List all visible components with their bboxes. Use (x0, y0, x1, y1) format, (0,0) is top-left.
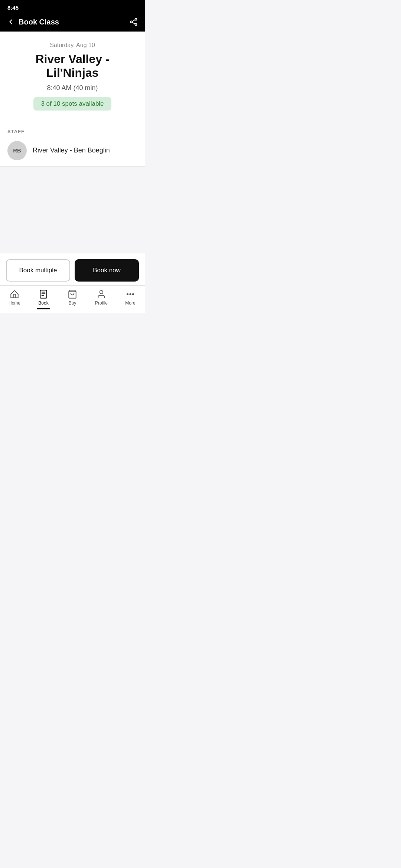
spots-badge: 3 of 10 spots available (33, 97, 111, 111)
profile-icon (97, 289, 106, 299)
bottom-buttons: Book multiple Book now (0, 253, 145, 285)
buy-icon (68, 289, 77, 299)
book-now-button[interactable]: Book now (75, 259, 139, 282)
nav-left: Book Class (7, 18, 59, 26)
nav-item-more[interactable]: More (119, 289, 141, 306)
staff-section-title: STAFF (7, 129, 137, 134)
svg-rect-5 (40, 290, 46, 298)
class-time: 8:40 AM (40 min) (9, 84, 136, 92)
main-spacer (0, 167, 145, 253)
nav-item-buy[interactable]: Buy (61, 289, 84, 306)
svg-point-12 (130, 293, 131, 295)
class-header: Saturday, Aug 10 River Valley - Lil'Ninj… (0, 32, 145, 121)
svg-point-13 (133, 293, 134, 295)
nav-book-label: Book (38, 300, 48, 306)
page-title: Book Class (19, 18, 59, 26)
svg-point-11 (127, 293, 128, 295)
status-bar: 8:45 (0, 0, 145, 14)
svg-line-4 (132, 20, 135, 21)
book-multiple-button[interactable]: Book multiple (6, 259, 70, 282)
nav-item-profile[interactable]: Profile (90, 289, 113, 306)
class-date: Saturday, Aug 10 (9, 42, 136, 49)
nav-profile-label: Profile (95, 300, 108, 306)
nav-item-home[interactable]: Home (3, 289, 26, 306)
class-name: River Valley - Lil'Ninjas (9, 52, 136, 80)
bottom-nav: Home Book Buy (0, 285, 145, 313)
nav-buy-label: Buy (69, 300, 76, 306)
more-icon (125, 289, 135, 299)
nav-bar: Book Class (0, 14, 145, 32)
staff-avatar: RB (7, 141, 27, 160)
svg-line-3 (132, 22, 135, 24)
staff-name: River Valley - Ben Boeglin (33, 147, 110, 154)
nav-home-label: Home (9, 300, 20, 306)
nav-more-label: More (125, 300, 135, 306)
status-time: 8:45 (7, 4, 19, 11)
svg-point-10 (100, 290, 103, 294)
book-icon (39, 289, 48, 299)
home-icon (10, 289, 19, 299)
nav-item-book[interactable]: Book (32, 289, 55, 306)
back-icon[interactable] (7, 18, 15, 26)
staff-section: STAFF RB River Valley - Ben Boeglin (0, 121, 145, 167)
staff-item: RB River Valley - Ben Boeglin (7, 141, 137, 160)
share-icon[interactable] (129, 17, 138, 26)
